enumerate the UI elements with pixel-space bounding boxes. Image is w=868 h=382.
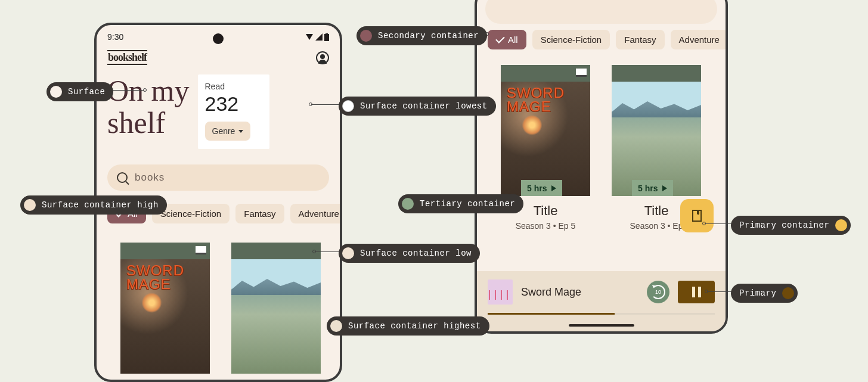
book-list: SWORDMAGE	[97, 229, 340, 374]
chip-adventure-r[interactable]: Adventure	[671, 30, 728, 49]
annotation-prim-cont-label: Primary container	[739, 220, 829, 230]
book-sub-r2: Season 3 • Ep	[630, 221, 683, 231]
book-title-r1: Title	[534, 203, 558, 219]
duration-tag-r1[interactable]: 5 hrs	[521, 180, 562, 196]
book-card-1[interactable]: SWORDMAGE	[120, 243, 210, 374]
annotation-primary-label: Primary	[739, 288, 776, 298]
search-input-collapsed[interactable]	[485, 0, 717, 24]
app-logo: bookshelf	[107, 50, 147, 65]
svg-rect-1	[326, 33, 328, 35]
phone-right-mockup: All Science-Fiction Fantasy Adventure SW…	[475, 0, 728, 334]
chip-all-r[interactable]: All	[488, 30, 526, 49]
annotation-primary: Primary	[731, 284, 798, 303]
check-icon	[495, 34, 505, 44]
page-title-line1: On my	[107, 74, 190, 107]
camera-cutout	[213, 33, 224, 44]
duration-text-r2: 5 hrs	[638, 184, 658, 193]
genre-label: Genre	[212, 126, 235, 136]
pause-button[interactable]	[678, 281, 715, 303]
book-cover-2	[231, 243, 321, 374]
swatch-sc-high	[24, 199, 36, 211]
annotation-tert-cont-label: Tertiary container	[420, 199, 515, 209]
bookmark-icon	[196, 246, 206, 254]
annotation-sc-low: Surface container low	[339, 244, 480, 263]
search-placeholder: books	[135, 172, 165, 184]
signal-icon	[315, 33, 323, 41]
book-icon	[692, 210, 702, 222]
annotation-sec-cont-label: Secondary container	[378, 31, 479, 41]
swatch-tert-cont	[402, 198, 414, 210]
duration-tag-r2[interactable]: 5 hrs	[632, 180, 673, 196]
annotation-sc-lowest-label: Surface container lowest	[360, 101, 488, 111]
annotation-tert-cont: Tertiary container	[398, 194, 523, 213]
search-icon	[117, 172, 128, 183]
home-indicator	[569, 324, 634, 327]
chip-all-label-r: All	[508, 35, 518, 45]
wifi-icon	[305, 33, 314, 41]
chip-fantasy-r[interactable]: Fantasy	[616, 30, 664, 49]
annotation-surface-label: Surface	[68, 87, 105, 97]
swatch-primary	[782, 287, 794, 299]
bookmark-icon	[576, 69, 587, 77]
duration-text: 5 hrs	[527, 184, 547, 193]
annotation-sc-low-label: Surface container low	[360, 249, 472, 258]
swatch-sc-highest	[330, 320, 342, 332]
progress-bar[interactable]	[488, 313, 715, 315]
chevron-down-icon	[238, 130, 243, 133]
annotation-sc-high-label: Surface container high	[42, 200, 159, 210]
svg-rect-0	[324, 34, 329, 41]
annotation-sc-lowest: Surface container lowest	[339, 97, 496, 116]
annotation-sec-cont: Secondary container	[356, 26, 487, 45]
chip-fantasy[interactable]: Fantasy	[235, 204, 284, 223]
fab-bookmark[interactable]	[680, 199, 714, 232]
swatch-sc-lowest	[342, 100, 354, 112]
search-input[interactable]: books	[107, 164, 329, 191]
status-icons	[305, 33, 329, 41]
swatch-surface	[50, 86, 62, 98]
read-label: Read	[205, 82, 262, 91]
read-count-card: Read 232 Genre	[198, 74, 269, 149]
book-title-r2: Title	[644, 203, 669, 219]
chip-adventure[interactable]: Adventure	[290, 204, 342, 223]
page-title: On my shelf	[107, 74, 190, 139]
annotation-sc-high: Surface container high	[20, 195, 167, 215]
cover-title-r1: SWORDMAGE	[507, 86, 584, 114]
cover-title-1: SWORDMAGE	[126, 264, 204, 291]
book-cover-1: SWORDMAGE	[120, 243, 210, 374]
player-title: Sword Mage	[521, 286, 638, 299]
book-cover-r2: 5 hrs	[612, 65, 701, 196]
book-sub-r1: Season 3 • Ep 5	[516, 221, 576, 231]
battery-icon	[324, 33, 329, 41]
app-header: bookshelf	[97, 45, 340, 70]
page-title-line2: shelf	[107, 106, 165, 139]
swatch-prim-cont	[835, 219, 847, 231]
status-time: 9:30	[107, 32, 123, 42]
replay-10-button[interactable]: 10	[647, 281, 669, 303]
annotation-surface: Surface	[46, 82, 113, 101]
play-icon	[662, 185, 667, 191]
filter-chips-right: All Science-Fiction Fantasy Adventure	[477, 27, 726, 55]
annotation-sc-highest-label: Surface container highest	[348, 321, 481, 331]
swatch-sc-low	[342, 247, 354, 259]
read-count: 232	[205, 92, 262, 116]
hero-section: On my shelf Read 232 Genre	[97, 70, 340, 160]
account-icon[interactable]	[316, 51, 329, 64]
book-cover-r1: SWORDMAGE 5 hrs	[501, 65, 590, 196]
genre-dropdown[interactable]: Genre	[205, 122, 251, 141]
book-card-2[interactable]	[231, 243, 321, 374]
chip-scifi-r[interactable]: Science-Fiction	[532, 30, 610, 49]
swatch-sec-cont	[360, 30, 372, 42]
annotation-sc-highest: Surface container highest	[327, 316, 489, 336]
play-icon	[551, 185, 556, 191]
now-playing-bar[interactable]: Sword Mage 10	[477, 271, 726, 331]
status-bar: 9:30	[97, 25, 340, 45]
annotation-prim-cont: Primary container	[731, 216, 851, 235]
player-thumbnail	[488, 279, 513, 305]
